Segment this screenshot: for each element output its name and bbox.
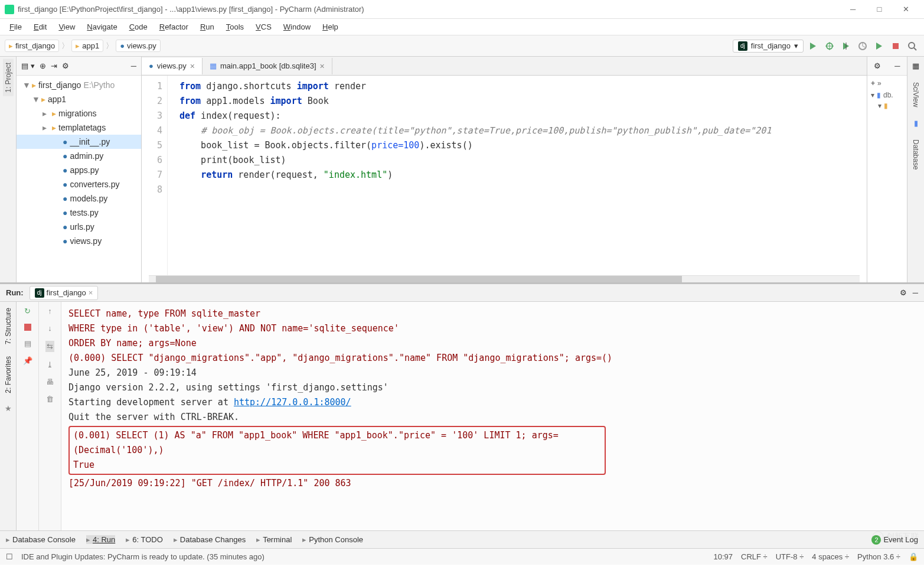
- run-tab[interactable]: dj first_django ×: [30, 286, 99, 300]
- caret-position[interactable]: 10:97: [713, 552, 733, 561]
- editor-tab-main.app1_book [db.sqlite3][interactable]: ▦main.app1_book [db.sqlite3]×: [203, 58, 332, 74]
- gear-icon[interactable]: ⚙: [62, 61, 69, 70]
- minimize-button[interactable]: ─: [840, 1, 866, 18]
- scroll-icon[interactable]: ⤓: [47, 360, 53, 369]
- project-toolbar: ▤ ▾ ⊕ ⇥ ⚙ ─: [17, 57, 141, 76]
- line-separator[interactable]: CRLF ÷: [741, 552, 768, 561]
- db-icon: ▮: [877, 91, 881, 99]
- hide-icon[interactable]: ─: [913, 288, 918, 297]
- tree-apps.py[interactable]: ● apps.py: [17, 163, 141, 177]
- crumb-first_django[interactable]: ▸first_django: [5, 40, 59, 52]
- layout-icon[interactable]: ▤: [24, 339, 31, 348]
- menu-navigate[interactable]: Navigate: [82, 21, 122, 32]
- menu-run[interactable]: Run: [195, 21, 219, 32]
- line-gutter: 12345678: [142, 76, 168, 275]
- menu-code[interactable]: Code: [125, 21, 152, 32]
- tree-tests.py[interactable]: ● tests.py: [17, 206, 141, 220]
- tree-templatetags[interactable]: ▸▸ templatetags: [17, 120, 141, 135]
- rerun-icon[interactable]: ↻: [24, 307, 31, 315]
- pin-icon[interactable]: 📌: [23, 356, 32, 365]
- crumb-views.py[interactable]: ●views.py: [116, 40, 161, 52]
- titlebar: first_django [E:\PythonProject\first_dja…: [0, 0, 924, 19]
- run-config-selector[interactable]: dj first_django ▾: [733, 40, 804, 53]
- profile-button[interactable]: [856, 39, 870, 53]
- menu-vcs[interactable]: VCS: [251, 21, 276, 32]
- tree-converters.py[interactable]: ● converters.py: [17, 177, 141, 191]
- run-panel: Run: dj first_django × ⚙ ─ 7: Structure …: [0, 282, 924, 530]
- debug-button[interactable]: [822, 39, 837, 53]
- structure-tab[interactable]: 7: Structure: [3, 302, 14, 350]
- notification-icon[interactable]: ☐: [6, 552, 13, 561]
- gear-icon[interactable]: ⚙: [874, 61, 881, 70]
- search-everywhere-button[interactable]: [905, 39, 919, 53]
- gear-icon[interactable]: ⚙: [900, 288, 907, 297]
- code-area[interactable]: 12345678 from django.shortcuts import re…: [142, 76, 867, 275]
- tree-__init__.py[interactable]: ● __init__.py: [17, 135, 141, 149]
- close-button[interactable]: ✕: [893, 1, 919, 18]
- tree-admin.py[interactable]: ● admin.py: [17, 149, 141, 163]
- close-icon[interactable]: ×: [190, 61, 195, 71]
- locate-icon[interactable]: ⊕: [40, 61, 46, 70]
- lock-icon[interactable]: 🔒: [909, 552, 918, 561]
- encoding[interactable]: UTF-8 ÷: [776, 552, 804, 561]
- maximize-button[interactable]: □: [866, 1, 893, 18]
- up-icon[interactable]: ↑: [48, 307, 52, 315]
- toolwindow-run[interactable]: ▸ 4: Run: [86, 535, 115, 544]
- collapse-icon[interactable]: ⇥: [51, 61, 57, 70]
- toolwindow-terminal[interactable]: ▸ Terminal: [256, 535, 292, 544]
- menu-file[interactable]: File: [5, 21, 27, 32]
- statusbar: ☐ IDE and Plugin Updates: PyCharm is rea…: [0, 548, 924, 565]
- favorites-tab[interactable]: 2: Favorites: [3, 350, 14, 399]
- sciview-tab[interactable]: SciView: [910, 79, 921, 110]
- down-icon[interactable]: ↓: [48, 324, 52, 333]
- stop-button[interactable]: [889, 39, 903, 53]
- toolwindow-databaseconsole[interactable]: ▸ Database Console: [6, 535, 76, 544]
- more-icon[interactable]: »: [877, 79, 881, 87]
- run-button[interactable]: [806, 39, 820, 53]
- attach-button[interactable]: [872, 39, 886, 53]
- toolwindow-todo[interactable]: ▸ 6: TODO: [126, 535, 163, 544]
- close-icon[interactable]: ×: [89, 288, 93, 297]
- database-icon[interactable]: ▮: [914, 119, 918, 128]
- navbar: ▸first_django〉▸app1〉●views.py dj first_d…: [0, 35, 924, 57]
- star-icon[interactable]: ★: [5, 404, 12, 413]
- console-output[interactable]: SELECT name, type FROM sqlite_master WHE…: [61, 302, 924, 530]
- run-label: Run:: [6, 288, 24, 297]
- chevron-down-icon[interactable]: ▾: [878, 102, 881, 110]
- menu-refactor[interactable]: Refactor: [155, 21, 193, 32]
- menu-help[interactable]: Help: [318, 21, 343, 32]
- crumb-app1[interactable]: ▸app1: [71, 40, 103, 52]
- project-tab[interactable]: 1: Project: [3, 59, 14, 96]
- horizontal-scrollbar[interactable]: [149, 275, 860, 282]
- hide-icon[interactable]: ─: [894, 61, 900, 70]
- tree-app1[interactable]: ▼▸ app1: [17, 92, 141, 106]
- hide-icon[interactable]: ─: [131, 61, 136, 70]
- tree-models.py[interactable]: ● models.py: [17, 191, 141, 206]
- interpreter[interactable]: Python 3.6 ÷: [857, 552, 900, 561]
- toolwindow-databasechanges[interactable]: ▸ Database Changes: [174, 535, 246, 544]
- menu-window[interactable]: Window: [279, 21, 315, 32]
- stop-icon[interactable]: [24, 324, 31, 331]
- menu-view[interactable]: View: [54, 21, 80, 32]
- menu-tools[interactable]: Tools: [221, 21, 249, 32]
- tree-first_django[interactable]: ▼▸ first_django E:\Pytho: [17, 78, 141, 92]
- coverage-button[interactable]: [839, 39, 853, 53]
- toolwindow-pythonconsole[interactable]: ▸ Python Console: [302, 535, 363, 544]
- trash-icon[interactable]: 🗑: [46, 395, 54, 403]
- fold-margin: [168, 76, 177, 275]
- chevron-down-icon[interactable]: ▾: [871, 91, 874, 99]
- code-text[interactable]: from django.shortcuts import render from…: [177, 76, 867, 275]
- close-icon[interactable]: ×: [320, 61, 325, 71]
- tree-urls.py[interactable]: ● urls.py: [17, 220, 141, 234]
- database-tab[interactable]: Database: [910, 136, 921, 173]
- menu-edit[interactable]: Edit: [29, 21, 51, 32]
- indent[interactable]: 4 spaces ÷: [812, 552, 849, 561]
- grid-icon[interactable]: ▦: [912, 61, 919, 70]
- editor-tab-views.py[interactable]: ●views.py×: [142, 58, 203, 74]
- tree-views.py[interactable]: ● views.py: [17, 234, 141, 248]
- tree-migrations[interactable]: ▸▸ migrations: [17, 106, 141, 120]
- wrap-icon[interactable]: ⇆: [45, 341, 54, 352]
- project-view-selector[interactable]: ▤ ▾: [21, 61, 35, 70]
- add-icon[interactable]: +: [871, 79, 875, 87]
- print-icon[interactable]: 🖶: [46, 377, 54, 386]
